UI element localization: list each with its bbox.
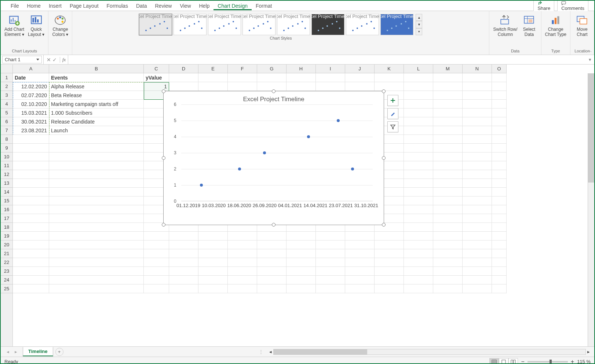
row-header[interactable]: 8 bbox=[1, 135, 12, 144]
cell[interactable] bbox=[286, 249, 316, 258]
chart-resize-handle[interactable] bbox=[162, 156, 165, 160]
cell[interactable] bbox=[49, 196, 144, 205]
cell[interactable] bbox=[144, 267, 169, 276]
cell[interactable] bbox=[144, 276, 169, 284]
column-header[interactable]: A bbox=[13, 65, 49, 73]
tab-prev-button[interactable]: ◂ bbox=[4, 348, 12, 356]
row-header[interactable]: 14 bbox=[1, 188, 12, 196]
cell[interactable] bbox=[404, 117, 433, 126]
cell[interactable] bbox=[228, 73, 257, 82]
cell[interactable] bbox=[404, 126, 433, 135]
cell[interactable] bbox=[144, 240, 169, 249]
cell[interactable]: Launch bbox=[49, 126, 144, 135]
cell[interactable] bbox=[433, 152, 463, 161]
cell[interactable]: Beta Release bbox=[49, 91, 144, 100]
scroll-thumb[interactable] bbox=[274, 349, 367, 354]
cell[interactable] bbox=[144, 232, 169, 240]
column-header[interactable]: O bbox=[492, 65, 507, 73]
cell[interactable]: 30.06.2021 bbox=[13, 117, 49, 126]
cell[interactable] bbox=[492, 82, 507, 91]
cell[interactable] bbox=[404, 276, 433, 284]
cell[interactable] bbox=[13, 284, 49, 293]
cell[interactable] bbox=[13, 161, 49, 170]
cell[interactable] bbox=[433, 223, 463, 232]
cell[interactable] bbox=[49, 267, 144, 276]
chart-resize-handle[interactable] bbox=[272, 223, 275, 227]
cell[interactable] bbox=[316, 73, 345, 82]
column-header[interactable]: J bbox=[345, 65, 375, 73]
cell[interactable] bbox=[198, 82, 228, 91]
cell[interactable] bbox=[345, 267, 375, 276]
tab-split-handle[interactable]: ⋮ bbox=[257, 349, 265, 354]
cell[interactable] bbox=[433, 82, 463, 91]
column-header[interactable]: K bbox=[375, 65, 404, 73]
cell[interactable] bbox=[228, 232, 257, 240]
style-scroll-down[interactable]: ▼ bbox=[416, 21, 422, 28]
cell[interactable] bbox=[49, 179, 144, 188]
zoom-level[interactable]: 115 % bbox=[577, 359, 591, 364]
cell[interactable] bbox=[404, 240, 433, 249]
cell[interactable] bbox=[257, 249, 286, 258]
view-page-layout-button[interactable] bbox=[499, 358, 508, 364]
row-header[interactable]: 24 bbox=[1, 276, 12, 284]
cell[interactable] bbox=[169, 267, 198, 276]
chart-resize-handle[interactable] bbox=[162, 89, 165, 93]
cell[interactable] bbox=[492, 196, 507, 205]
cell[interactable] bbox=[463, 117, 492, 126]
row-header[interactable]: 7 bbox=[1, 126, 12, 135]
cell[interactable] bbox=[375, 258, 404, 267]
cell[interactable] bbox=[463, 258, 492, 267]
cell[interactable] bbox=[463, 276, 492, 284]
cell[interactable] bbox=[463, 91, 492, 100]
cell[interactable] bbox=[228, 82, 257, 91]
row-header[interactable]: 11 bbox=[1, 161, 12, 170]
cell[interactable] bbox=[463, 240, 492, 249]
cell[interactable] bbox=[345, 249, 375, 258]
cell[interactable] bbox=[49, 205, 144, 214]
cell[interactable] bbox=[13, 232, 49, 240]
cell[interactable] bbox=[463, 135, 492, 144]
add-chart-element-button[interactable]: Add ChartElement ▾ bbox=[4, 12, 25, 39]
cell[interactable] bbox=[375, 240, 404, 249]
row-header[interactable]: 1 bbox=[1, 73, 12, 82]
cell[interactable] bbox=[404, 170, 433, 179]
chart-styles-button[interactable] bbox=[387, 108, 398, 119]
row-header[interactable]: 23 bbox=[1, 267, 12, 276]
formula-bar[interactable] bbox=[68, 55, 586, 64]
cell[interactable]: 02.07.2020 bbox=[13, 91, 49, 100]
cell[interactable] bbox=[492, 188, 507, 196]
cell[interactable]: 12.02.2020 bbox=[13, 82, 49, 91]
cell[interactable] bbox=[404, 144, 433, 152]
cell[interactable] bbox=[433, 258, 463, 267]
cell[interactable] bbox=[492, 152, 507, 161]
cell[interactable] bbox=[404, 73, 433, 82]
cell[interactable] bbox=[228, 240, 257, 249]
cell[interactable] bbox=[198, 267, 228, 276]
cell[interactable] bbox=[404, 267, 433, 276]
cell[interactable] bbox=[316, 82, 345, 91]
cell[interactable] bbox=[345, 258, 375, 267]
cell[interactable] bbox=[169, 232, 198, 240]
cell[interactable] bbox=[492, 73, 507, 82]
cell[interactable] bbox=[257, 82, 286, 91]
quick-layout-button[interactable]: QuickLayout ▾ bbox=[27, 12, 45, 39]
cell[interactable] bbox=[316, 284, 345, 293]
zoom-out-button[interactable]: − bbox=[521, 359, 524, 364]
cell[interactable] bbox=[375, 73, 404, 82]
row-header[interactable]: 10 bbox=[1, 152, 12, 161]
cell[interactable] bbox=[433, 188, 463, 196]
cell[interactable] bbox=[345, 276, 375, 284]
chart-resize-handle[interactable] bbox=[382, 89, 386, 93]
view-normal-button[interactable] bbox=[489, 358, 499, 364]
cell[interactable] bbox=[345, 284, 375, 293]
row-header[interactable]: 22 bbox=[1, 258, 12, 267]
row-header[interactable]: 6 bbox=[1, 117, 12, 126]
cell[interactable] bbox=[375, 82, 404, 91]
cell[interactable] bbox=[13, 196, 49, 205]
cell[interactable] bbox=[13, 267, 49, 276]
cell[interactable] bbox=[375, 249, 404, 258]
cell[interactable] bbox=[492, 126, 507, 135]
cell[interactable] bbox=[404, 232, 433, 240]
row-header[interactable]: 9 bbox=[1, 144, 12, 152]
cell[interactable] bbox=[13, 144, 49, 152]
